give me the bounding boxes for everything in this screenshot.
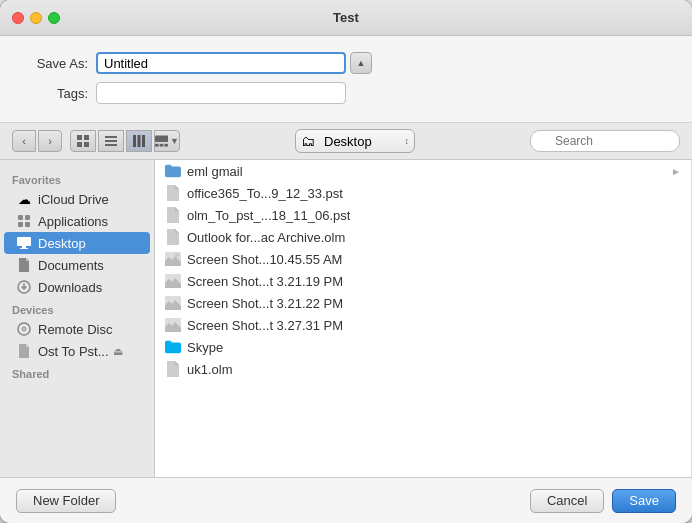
list-item[interactable]: Screen Shot...10.45.55 AM xyxy=(155,248,691,270)
eject-icon: ⏏ xyxy=(113,345,123,358)
file-name: Screen Shot...10.45.55 AM xyxy=(187,252,342,267)
sidebar-item-desktop-label: Desktop xyxy=(38,236,86,251)
svg-rect-0 xyxy=(77,135,82,140)
svg-rect-5 xyxy=(105,140,117,142)
list-item[interactable]: olm_To_pst_...18_11_06.pst xyxy=(155,204,691,226)
list-item[interactable]: uk1.olm xyxy=(155,358,691,380)
search-wrapper: ⚲ xyxy=(530,130,680,152)
svg-rect-13 xyxy=(164,144,168,147)
svg-rect-4 xyxy=(105,136,117,138)
list-view-button[interactable] xyxy=(98,130,124,152)
sidebar-item-applications[interactable]: Applications xyxy=(4,210,150,232)
file-icon xyxy=(165,207,181,223)
list-item[interactable]: Screen Shot...t 3.27.31 PM xyxy=(155,314,691,336)
sidebar-item-downloads[interactable]: Downloads xyxy=(4,276,150,298)
documents-icon xyxy=(16,257,32,273)
sidebar-item-icloud-label: iCloud Drive xyxy=(38,192,109,207)
location-select[interactable]: Desktop Documents Downloads xyxy=(295,129,415,153)
view-buttons: ▼ xyxy=(70,130,180,152)
list-item[interactable]: office365_To...9_12_33.pst xyxy=(155,182,691,204)
file-name: uk1.olm xyxy=(187,362,233,377)
content-area: Favorites ☁ iCloud Drive Applications xyxy=(0,160,692,477)
folder-icon xyxy=(165,163,181,179)
file-name: olm_To_pst_...18_11_06.pst xyxy=(187,208,350,223)
image-icon xyxy=(165,295,181,311)
svg-rect-16 xyxy=(18,222,23,227)
devices-section-label: Devices xyxy=(0,298,154,318)
location-bar: 🗂 Desktop Documents Downloads ↕ xyxy=(188,129,522,153)
applications-icon xyxy=(16,213,32,229)
svg-rect-20 xyxy=(20,248,28,249)
file-name: eml gmail xyxy=(187,164,243,179)
gallery-view-icon xyxy=(155,135,168,147)
svg-rect-9 xyxy=(142,135,145,147)
svg-rect-3 xyxy=(84,142,89,147)
list-item[interactable]: eml gmail ► xyxy=(155,160,691,182)
list-view-icon xyxy=(105,135,117,147)
list-item[interactable]: Screen Shot...t 3.21.22 PM xyxy=(155,292,691,314)
sidebar: Favorites ☁ iCloud Drive Applications xyxy=(0,160,155,477)
save-as-row: Save As: ▲ xyxy=(20,52,672,74)
svg-rect-11 xyxy=(155,144,159,147)
svg-point-26 xyxy=(175,253,179,257)
sidebar-item-ost-to-pst-label: Ost To Pst... xyxy=(38,344,109,359)
file-name: Outlook for...ac Archive.olm xyxy=(187,230,345,245)
list-item[interactable]: Skype xyxy=(155,336,691,358)
save-button[interactable]: Save xyxy=(612,489,676,513)
back-button[interactable]: ‹ xyxy=(12,130,36,152)
gallery-view-button[interactable]: ▼ xyxy=(154,130,180,152)
svg-rect-7 xyxy=(133,135,136,147)
file-icon xyxy=(165,185,181,201)
image-icon xyxy=(165,317,181,333)
minimize-button[interactable] xyxy=(30,12,42,24)
window-title: Test xyxy=(333,10,359,25)
svg-rect-15 xyxy=(25,215,30,220)
tags-label: Tags: xyxy=(20,86,88,101)
footer-left: New Folder xyxy=(16,489,522,513)
footer-right: Cancel Save xyxy=(530,489,676,513)
sidebar-item-ost-to-pst[interactable]: Ost To Pst... ⏏ xyxy=(4,340,150,362)
column-view-button[interactable] xyxy=(126,130,152,152)
file-list: eml gmail ► office365_To...9_12_33.pst xyxy=(155,160,692,477)
skype-folder-icon xyxy=(165,339,181,355)
list-item[interactable]: Outlook for...ac Archive.olm xyxy=(155,226,691,248)
list-item[interactable]: Screen Shot...t 3.21.19 PM xyxy=(155,270,691,292)
toolbar: ‹ › xyxy=(0,123,692,160)
desktop-icon xyxy=(16,235,32,251)
file-name: Screen Shot...t 3.21.19 PM xyxy=(187,274,343,289)
svg-rect-1 xyxy=(84,135,89,140)
svg-rect-2 xyxy=(77,142,82,147)
traffic-lights xyxy=(12,12,60,24)
close-button[interactable] xyxy=(12,12,24,24)
file-icon xyxy=(165,361,181,377)
svg-rect-8 xyxy=(138,135,141,147)
file-name: office365_To...9_12_33.pst xyxy=(187,186,343,201)
file-name: Screen Shot...t 3.27.31 PM xyxy=(187,318,343,333)
sidebar-item-remote-disc-label: Remote Disc xyxy=(38,322,112,337)
location-wrapper: 🗂 Desktop Documents Downloads ↕ xyxy=(295,129,415,153)
sidebar-item-desktop[interactable]: Desktop xyxy=(4,232,150,254)
sidebar-item-icloud[interactable]: ☁ iCloud Drive xyxy=(4,188,150,210)
sidebar-item-applications-label: Applications xyxy=(38,214,108,229)
search-input[interactable] xyxy=(530,130,680,152)
svg-rect-12 xyxy=(160,144,164,147)
title-bar: Test xyxy=(0,0,692,36)
image-icon xyxy=(165,251,181,267)
favorites-section-label: Favorites xyxy=(0,168,154,188)
forward-button[interactable]: › xyxy=(38,130,62,152)
downloads-icon xyxy=(16,279,32,295)
file-name: Skype xyxy=(187,340,223,355)
sidebar-item-documents[interactable]: Documents xyxy=(4,254,150,276)
remote-disc-icon xyxy=(16,321,32,337)
new-folder-button[interactable]: New Folder xyxy=(16,489,116,513)
svg-rect-6 xyxy=(105,144,117,146)
form-area: Save As: ▲ Tags: xyxy=(0,36,692,123)
save-as-input[interactable] xyxy=(96,52,346,74)
icon-view-button[interactable] xyxy=(70,130,96,152)
nav-buttons: ‹ › xyxy=(12,130,62,152)
sidebar-item-remote-disc[interactable]: Remote Disc xyxy=(4,318,150,340)
expand-button[interactable]: ▲ xyxy=(350,52,372,74)
cancel-button[interactable]: Cancel xyxy=(530,489,604,513)
tags-input[interactable] xyxy=(96,82,346,104)
maximize-button[interactable] xyxy=(48,12,60,24)
